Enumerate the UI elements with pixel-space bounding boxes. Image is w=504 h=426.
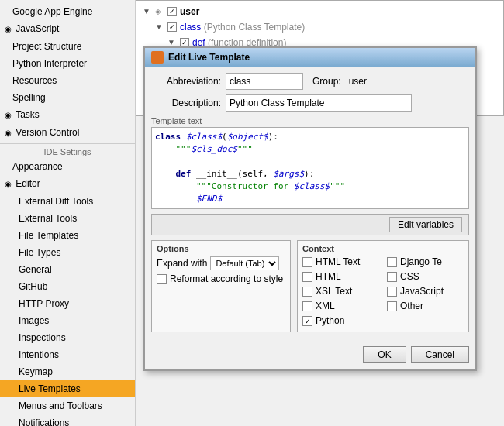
- sidebar-item-menus-toolbars[interactable]: Menus and Toolbars: [0, 397, 135, 414]
- sidebar-item-http-proxy[interactable]: HTTP Proxy: [0, 295, 135, 312]
- sidebar-item-label: Resources: [12, 75, 57, 86]
- context-item-xml: XML: [302, 301, 379, 311]
- reformat-label: Reformat according to style: [170, 273, 283, 284]
- sidebar-item-label: Google App Engine: [12, 6, 92, 17]
- sidebar-item-project-structure[interactable]: Project Structure: [0, 38, 135, 55]
- sidebar-item-inspections[interactable]: Inspections: [0, 329, 135, 346]
- sidebar-item-label: Keymap: [19, 366, 53, 377]
- tree-checkbox-class[interactable]: [167, 22, 177, 32]
- context-label-javascript: JavaScript: [400, 286, 444, 297]
- options-context-row: Options Expand with Default (Tab) Tab En…: [151, 240, 469, 332]
- sidebar-item-label: File Templates: [19, 230, 78, 241]
- context-grid: HTML Text Django Te HTML: [302, 256, 464, 328]
- sidebar-item-label: HTTP Proxy: [19, 298, 69, 309]
- abbreviation-input[interactable]: [226, 73, 303, 90]
- sidebar-item-label: Appearance: [12, 161, 63, 172]
- sidebar-item-file-types[interactable]: File Types: [0, 244, 135, 261]
- sidebar-item-spelling[interactable]: Spelling: [0, 89, 135, 106]
- description-row: Description:: [151, 94, 469, 112]
- abbreviation-row: Abbreviation: Group: user: [151, 73, 469, 90]
- context-cb-django[interactable]: [387, 257, 397, 267]
- sidebar-item-label: General: [19, 264, 52, 275]
- dialog-titlebar: Edit Live Template: [145, 48, 475, 67]
- edit-variables-button[interactable]: Edit variables: [389, 217, 462, 232]
- tree-item-user[interactable]: ▼ ◈ user: [140, 4, 500, 19]
- context-cb-html-text[interactable]: [302, 257, 312, 267]
- context-cb-css[interactable]: [387, 272, 397, 282]
- ok-button[interactable]: OK: [363, 346, 406, 363]
- context-label-xml: XML: [316, 301, 335, 311]
- sidebar-item-label: Project Structure: [12, 41, 81, 52]
- sidebar-item-label: External Diff Tools: [19, 196, 93, 207]
- tree-label-class: class (Python Class Template): [180, 20, 305, 34]
- sidebar-item-tasks[interactable]: ◉ Tasks: [0, 106, 135, 124]
- ide-settings-divider: IDE Settings: [0, 143, 135, 158]
- sidebar-item-javascript[interactable]: ◉ JavaScript: [0, 20, 135, 38]
- context-box: Context HTML Text Django Te: [297, 240, 469, 332]
- tree-checkbox-user[interactable]: [167, 7, 177, 16]
- sidebar-item-appearance[interactable]: Appearance: [0, 158, 135, 175]
- context-cb-javascript[interactable]: [387, 287, 397, 297]
- context-label-html: HTML: [316, 271, 341, 282]
- sidebar-item-intentions[interactable]: Intentions: [0, 346, 135, 363]
- sidebar-item-label: Menus and Toolbars: [19, 400, 102, 411]
- sidebar-item-label: Images: [19, 315, 49, 326]
- context-label-xsl-text: XSL Text: [316, 286, 352, 297]
- class-desc: (Python Class Template): [204, 22, 306, 33]
- template-text-editor[interactable]: class $class$($object$): """$cls_doc$"""…: [151, 127, 469, 209]
- sidebar-item-images[interactable]: Images: [0, 312, 135, 329]
- tree-arrow-icon: ▼: [155, 20, 167, 34]
- reformat-checkbox[interactable]: [157, 274, 167, 284]
- context-item-other: Other: [387, 301, 464, 311]
- sidebar-item-python-interpreter[interactable]: Python Interpreter: [0, 55, 135, 72]
- group-value: user: [346, 74, 370, 88]
- dialog-body: Abbreviation: Group: user Description: T…: [145, 67, 475, 343]
- context-cb-other[interactable]: [387, 301, 397, 311]
- sidebar-item-version-control[interactable]: ◉ Version Control: [0, 124, 135, 142]
- sidebar-item-label: Intentions: [19, 349, 59, 360]
- context-cb-html[interactable]: [302, 272, 312, 282]
- context-item-javascript: JavaScript: [387, 286, 464, 297]
- sidebar-item-notifications[interactable]: Notifications: [0, 414, 135, 426]
- dialog-title: Edit Live Template: [168, 52, 250, 63]
- expand-label: Expand with: [157, 258, 207, 269]
- context-cb-python[interactable]: [302, 316, 312, 326]
- sidebar-item-label: JavaScript: [16, 23, 59, 34]
- sidebar-item-live-templates[interactable]: Live Templates: [0, 380, 135, 397]
- sidebar-item-external-tools[interactable]: External Tools: [0, 210, 135, 227]
- sidebar-item-google-app-engine[interactable]: Google App Engine: [0, 3, 135, 20]
- group-label: Group:: [312, 76, 341, 87]
- content-area: ▼ ◈ user ▼ class (Python Class Template)…: [136, 0, 504, 426]
- context-item-html: HTML: [302, 271, 379, 282]
- sidebar-item-editor[interactable]: ◉ Editor: [0, 175, 135, 193]
- context-cb-xml[interactable]: [302, 301, 312, 311]
- class-keyword: class: [180, 22, 201, 33]
- options-box: Options Expand with Default (Tab) Tab En…: [151, 240, 291, 332]
- sidebar-item-label: Tasks: [16, 109, 40, 120]
- options-title: Options: [157, 244, 285, 253]
- sidebar-item-label: File Types: [19, 247, 60, 258]
- sidebar-item-resources[interactable]: Resources: [0, 72, 135, 89]
- sidebar-item-github[interactable]: GitHub: [0, 278, 135, 295]
- cancel-button[interactable]: Cancel: [411, 346, 469, 363]
- expand-row: Expand with Default (Tab) Tab Enter Spac…: [157, 256, 285, 270]
- context-label-css: CSS: [400, 271, 419, 282]
- expand-select[interactable]: Default (Tab) Tab Enter Space: [210, 256, 279, 270]
- abbreviation-label: Abbreviation:: [151, 76, 221, 87]
- sidebar-item-keymap[interactable]: Keymap: [0, 363, 135, 380]
- sidebar-item-label: Python Interpreter: [12, 58, 87, 69]
- context-item-xsl-text: XSL Text: [302, 286, 379, 297]
- context-item-django: Django Te: [387, 256, 464, 267]
- sidebar-item-external-diff-tools[interactable]: External Diff Tools: [0, 193, 135, 210]
- context-label-other: Other: [400, 301, 423, 311]
- sidebar-item-file-templates[interactable]: File Templates: [0, 227, 135, 244]
- diamond-icon: ◈: [155, 5, 166, 19]
- tree-item-class[interactable]: ▼ class (Python Class Template): [140, 19, 500, 35]
- sidebar-item-general[interactable]: General: [0, 261, 135, 278]
- description-input[interactable]: [226, 94, 412, 112]
- dialog-icon: [151, 51, 164, 64]
- context-label-python: Python: [316, 315, 344, 326]
- context-item-python: Python: [302, 315, 379, 326]
- context-cb-xsl-text[interactable]: [302, 287, 312, 297]
- ide-settings-label: IDE Settings: [43, 147, 91, 156]
